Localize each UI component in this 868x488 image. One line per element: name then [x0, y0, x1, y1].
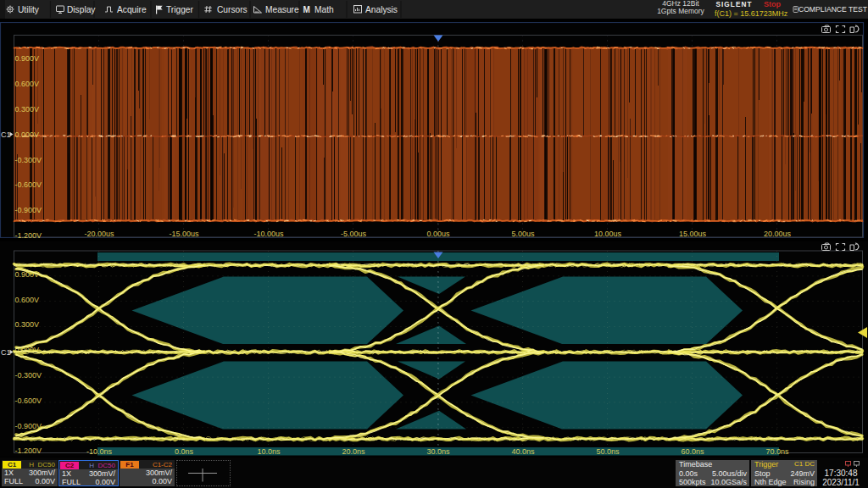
svg-text:-1.200V: -1.200V [15, 231, 42, 238]
svg-text:Cursors: Cursors [217, 5, 248, 14]
svg-text:-0.600V: -0.600V [15, 396, 42, 405]
svg-text:0.900V: 0.900V [15, 54, 40, 63]
svg-text:15.00us: 15.00us [679, 230, 707, 238]
svg-text:Analysis: Analysis [365, 5, 398, 14]
svg-text:-0.900V: -0.900V [15, 206, 42, 214]
svg-text:Display: Display [67, 5, 96, 14]
svg-text:60.0ns: 60.0ns [681, 447, 704, 456]
svg-text:COMPLIANCE TEST: COMPLIANCE TEST [798, 5, 868, 14]
svg-text:-1.200V: -1.200V [15, 446, 42, 455]
svg-text:Measure: Measure [265, 5, 299, 14]
svg-text:5.00us: 5.00us [511, 230, 535, 238]
svg-text:40.0ns: 40.0ns [511, 447, 535, 456]
svg-text:-5.00us: -5.00us [341, 230, 367, 238]
svg-text:Math: Math [314, 5, 334, 14]
svg-text:30.0ns: 30.0ns [426, 447, 450, 456]
svg-text:-20.00us: -20.00us [84, 230, 114, 238]
svg-text:-10.0ns: -10.0ns [86, 447, 113, 456]
svg-text:M: M [303, 5, 310, 14]
svg-text:0.300V: 0.300V [15, 105, 40, 114]
svg-text:0.00us: 0.00us [426, 230, 450, 238]
svg-text:10.0ns: 10.0ns [257, 447, 281, 456]
svg-text:1Gpts Memory: 1Gpts Memory [657, 7, 704, 15]
svg-text:f(C1) = 15.61723MHz: f(C1) = 15.61723MHz [715, 9, 788, 18]
svg-text:-0.600V: -0.600V [15, 180, 42, 189]
svg-text:10.00us: 10.00us [594, 230, 622, 238]
svg-text:50.0ns: 50.0ns [596, 447, 620, 456]
svg-text:-0.300V: -0.300V [15, 371, 42, 380]
svg-text:70.0ns: 70.0ns [765, 447, 789, 456]
svg-text:C1: C1 [1, 348, 11, 357]
svg-text:20.0ns: 20.0ns [342, 447, 365, 456]
svg-text:C1: C1 [1, 130, 11, 139]
svg-text:Acquire: Acquire [117, 5, 147, 14]
svg-text:0.600V: 0.600V [15, 80, 40, 88]
svg-text:0.300V: 0.300V [15, 320, 40, 329]
svg-text:-0.300V: -0.300V [15, 156, 42, 164]
svg-text:0.000V: 0.000V [15, 130, 40, 139]
svg-text:-15.00us: -15.00us [169, 230, 199, 238]
svg-text:SIGLENT: SIGLENT [715, 1, 752, 8]
svg-text:Trigger: Trigger [166, 5, 193, 14]
svg-text:-10.00us: -10.00us [253, 230, 284, 238]
svg-text:Utility: Utility [18, 5, 40, 14]
svg-text:0.600V: 0.600V [15, 296, 40, 304]
svg-text:0.0ns: 0.0ns [175, 447, 194, 456]
svg-text:20.00us: 20.00us [764, 230, 792, 238]
svg-text:Stop: Stop [764, 0, 781, 8]
